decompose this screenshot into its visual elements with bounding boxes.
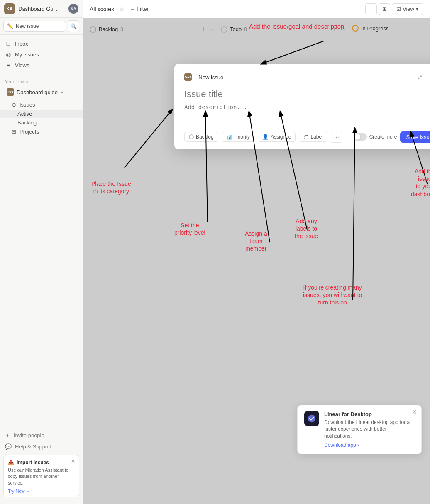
sidebar-item-views[interactable]: ≡ Views [0,60,83,71]
new-issue-modal: DAS › New issue ⤢ ✕ Backlog 📊 [174,64,430,149]
breadcrumb-sep: › [194,74,196,80]
topbar-title: All issues [90,6,114,12]
view-icon: ⊡ [396,6,401,12]
label-button[interactable]: 🏷 Label [299,132,327,142]
topbar: All issues ☆ ＋ Filter ≡ ⊞ ⊡ View ▾ [83,0,430,18]
team-icon: DG [7,88,14,96]
sidebar-teams: Your teams DG Dashboard guide ▾ [0,74,83,99]
import-banner-title: 📤 Import Issues [8,460,75,465]
modal-toolbar: Backlog 📊 Priority 👤 Assignee 🏷 Label ··… [184,126,430,143]
my-issues-label: My issues [15,51,39,58]
create-more-label: Create more [369,134,397,140]
teams-label: Your teams [5,79,78,84]
sidebar-nav: □ Inbox ◎ My issues ≡ Views [0,35,83,74]
priority-button[interactable]: 📊 Priority [222,132,254,142]
modal-header-actions: ⤢ ✕ [415,72,430,82]
issues-icon: ⊙ [12,102,16,108]
backlog-button-label: Backlog [196,134,214,140]
new-issue-button[interactable]: ✏️ New issue [3,21,66,32]
team-name: Dashboard guide [17,89,58,95]
toast-text: Download the Linear desktop app for a fa… [324,419,415,440]
filter-label: Filter [137,6,149,12]
help-label: Help & Support [15,443,51,450]
view-dropdown-button[interactable]: ⊡ View ▾ [392,3,423,15]
board: Backlog 0 ＋ ··· Todo 0 ＋ ··· In Progress [83,18,430,504]
priority-icon: 📊 [226,134,232,140]
sidebar-bottom: ＋ Invite people 💬 Help & Support ✕ 📤 Imp… [0,426,83,504]
backlog-label: Backlog [17,119,37,126]
assignee-button[interactable]: 👤 Assignee [258,132,296,142]
filter-icon: ＋ [129,5,135,13]
create-more-switch[interactable] [354,133,367,141]
help-icon: 💬 [5,443,12,450]
label-button-label: Label [310,134,322,140]
download-app-link[interactable]: Download app › [324,442,415,448]
expand-modal-button[interactable]: ⤢ [415,72,425,82]
user-avatar: KA [68,4,78,14]
svg-point-7 [308,414,315,422]
list-view-button[interactable]: ≡ [365,3,377,15]
more-options-button[interactable]: ··· [331,131,342,143]
search-icon: 🔍 [70,23,77,29]
create-more-toggle: Create more [354,133,397,141]
app-avatar: KA [4,3,15,14]
priority-button-label: Priority [235,134,250,140]
projects-icon: ⊞ [12,129,16,135]
save-issue-button[interactable]: Save issue [400,131,430,143]
modal-team-badge: DAS [184,73,192,81]
sidebar-actions: ✏️ New issue 🔍 [0,18,83,35]
label-icon: 🏷 [303,134,308,140]
view-label: View [403,6,414,12]
sidebar-item-my-issues[interactable]: ◎ My issues [0,49,83,60]
assignee-icon: 👤 [262,134,269,140]
invite-people-button[interactable]: ＋ Invite people [0,430,83,441]
assignee-button-label: Assignee [271,134,291,140]
backlog-button[interactable]: Backlog [184,132,218,142]
search-button[interactable]: 🔍 [68,20,79,32]
import-banner: ✕ 📤 Import Issues Use our Migration Assi… [3,455,79,497]
view-buttons: ≡ ⊞ ⊡ View ▾ [365,3,423,15]
toast-close-button[interactable]: ✕ [412,409,417,415]
toggle-knob [354,134,360,140]
import-banner-close-button[interactable]: ✕ [70,458,76,465]
sidebar-item-backlog[interactable]: Backlog [0,118,83,127]
try-now-link[interactable]: Try Now → [8,489,75,494]
issue-description-input[interactable] [184,104,430,116]
new-issue-label: New issue [16,23,39,29]
team-item-dashboard[interactable]: DG Dashboard guide ▾ [5,87,78,97]
chevron-down-icon: ▾ [416,6,419,12]
edit-icon: ✏️ [7,23,13,29]
sidebar-item-issues[interactable]: ⊙ Issues [0,100,83,110]
sidebar-item-inbox[interactable]: □ Inbox [0,38,83,49]
main-content: All issues ☆ ＋ Filter ≡ ⊞ ⊡ View ▾ Backl… [83,0,430,504]
modal-header: DAS › New issue ⤢ ✕ [184,72,430,82]
my-issues-icon: ◎ [5,51,12,58]
toast-content: Linear for Desktop Download the Linear d… [324,411,415,448]
linear-desktop-toast: ✕ Linear for Desktop Download the Linear… [297,405,422,454]
sidebar-item-projects[interactable]: ⊞ Projects [0,127,83,136]
team-nav: ⊙ Issues Active Backlog ⊞ Projects [0,99,83,137]
projects-label: Projects [20,129,39,135]
linear-icon [304,411,319,426]
inbox-icon: □ [5,40,12,47]
issue-title-input[interactable] [184,89,430,100]
sidebar-header: KA Dashboard Gui . KA [0,0,83,18]
import-banner-text: Use our Migration Assistant to copy issu… [8,467,75,486]
help-support-button[interactable]: 💬 Help & Support [0,441,83,452]
filter-button[interactable]: ＋ Filter [129,5,149,13]
toast-title: Linear for Desktop [324,411,415,417]
active-label: Active [17,111,32,117]
views-label: Views [15,62,29,68]
sidebar: KA Dashboard Gui . KA ✏️ New issue 🔍 □ I… [0,0,83,504]
sidebar-item-active[interactable]: Active [0,110,83,118]
inbox-label: Inbox [15,41,28,47]
grid-view-button[interactable]: ⊞ [379,3,390,15]
app-title: Dashboard Gui . [18,6,65,12]
plus-icon: ＋ [5,432,10,439]
backlog-status-icon [189,134,194,139]
close-modal-button[interactable]: ✕ [428,72,430,82]
star-icon[interactable]: ☆ [119,6,125,12]
modal-breadcrumb: DAS › New issue [184,73,223,81]
views-icon: ≡ [5,62,12,68]
invite-label: Invite people [14,432,44,438]
